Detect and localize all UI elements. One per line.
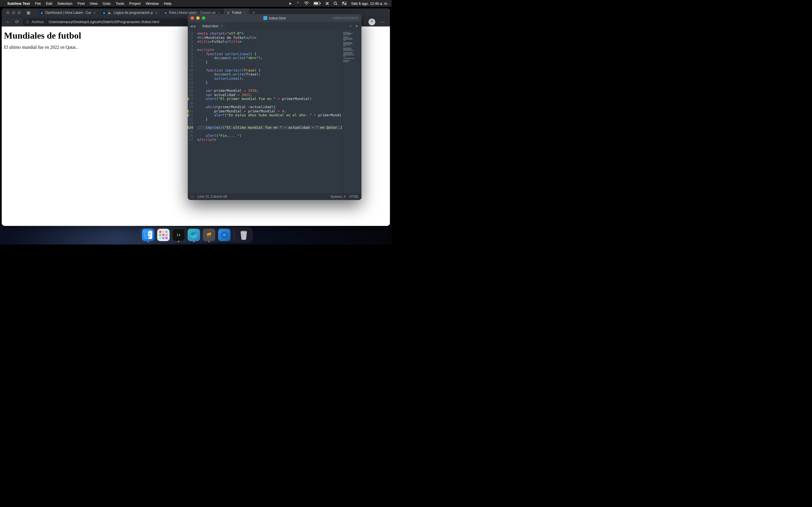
close-window-icon[interactable] xyxy=(6,11,10,14)
info-icon[interactable]: ⓘ xyxy=(26,19,29,24)
tab-label: futbol.html xyxy=(202,24,218,28)
wifi-icon[interactable] xyxy=(304,2,309,5)
panel-toggle-icon[interactable]: ▢ xyxy=(191,194,194,199)
editor-area[interactable]: 1234567891011121314151617181920212223242… xyxy=(188,31,361,193)
separator xyxy=(35,10,35,15)
title-text: futbol.html xyxy=(269,16,286,20)
window-controls[interactable] xyxy=(188,16,208,20)
status-position[interactable]: Line 24, Column 69 xyxy=(198,194,227,199)
svg-point-9 xyxy=(343,2,344,3)
next-icon[interactable]: ▶ xyxy=(194,24,196,28)
browser-tab-1[interactable]: a Dashboard | Alura Latam - Cur × xyxy=(37,8,99,17)
svg-line-6 xyxy=(336,4,338,5)
bluetooth-icon[interactable]: ⌘ xyxy=(325,1,329,6)
mute-icon[interactable]: 🔈 xyxy=(108,11,112,15)
svg-text:⚡: ⚡ xyxy=(315,2,318,5)
close-tab-icon[interactable]: × xyxy=(154,11,158,15)
zoom-window-icon[interactable] xyxy=(17,11,21,14)
menu-find[interactable]: Find xyxy=(78,1,85,6)
status-bar: ▢ Line 24, Column 69 Spaces: 4 HTML xyxy=(188,193,361,200)
menu-file[interactable]: File xyxy=(35,1,41,6)
line-gutter[interactable]: 1234567891011121314151617181920212223242… xyxy=(188,31,195,193)
separator xyxy=(46,20,46,24)
toggle-icon[interactable]: ⌃ xyxy=(296,1,299,6)
mac-menubar: Sublime Text File Edit Selection Find Vi… xyxy=(0,0,392,7)
tab-menu-icon[interactable]: ▼ xyxy=(355,24,359,29)
app-name[interactable]: Sublime Text xyxy=(7,1,30,6)
dock: $▮ xyxy=(139,227,253,243)
control-center-icon[interactable] xyxy=(342,2,347,5)
menu-edit[interactable]: Edit xyxy=(46,1,52,6)
svg-rect-2 xyxy=(320,3,320,4)
location-icon[interactable]: ➤ xyxy=(289,1,292,6)
dock-app-launchpad[interactable] xyxy=(157,229,169,241)
close-tab-icon[interactable]: × xyxy=(93,11,96,15)
minimize-window-icon[interactable] xyxy=(196,16,200,20)
unregistered-label: UNREGISTERED xyxy=(333,16,359,20)
svg-point-17 xyxy=(222,233,226,237)
status-syntax[interactable]: HTML xyxy=(349,194,359,199)
tab-label: Dashboard | Alura Latam - Cur xyxy=(45,11,91,15)
svg-point-14 xyxy=(150,233,151,234)
address-url: /Users/amaury/Desktop/Logica%20de%20Prog… xyxy=(49,20,159,24)
battery-icon[interactable]: ⚡ xyxy=(313,2,321,5)
zoom-window-icon[interactable] xyxy=(202,16,205,20)
menu-selection[interactable]: Selection xyxy=(57,1,72,6)
svg-point-13 xyxy=(146,233,147,234)
menu-tools[interactable]: Tools xyxy=(116,1,124,6)
favicon-icon: a xyxy=(163,11,167,15)
svg-rect-12 xyxy=(148,231,152,239)
spotlight-icon[interactable] xyxy=(334,1,338,5)
sidebar-toggle-icon[interactable]: ▣ xyxy=(24,10,33,15)
tab-label: Lógica de programación p xyxy=(114,11,153,15)
nav-arrows[interactable]: ◀▶ xyxy=(188,22,199,31)
menubar-clock[interactable]: Sáb 6 ago. 12:40 a. m. xyxy=(351,1,388,6)
code-area[interactable]: <meta charset="utf-8"><h1>Mundiales de f… xyxy=(195,31,342,193)
html-file-icon xyxy=(263,16,267,20)
minimize-window-icon[interactable] xyxy=(12,11,15,14)
prev-icon[interactable]: ◀ xyxy=(190,24,193,28)
profile-avatar[interactable] xyxy=(368,18,375,25)
editor-tab[interactable]: futbol.html × xyxy=(199,22,227,31)
svg-point-5 xyxy=(334,2,337,4)
menu-project[interactable]: Project xyxy=(130,1,141,6)
minimap[interactable] xyxy=(342,31,361,193)
reload-button[interactable]: ⟳ xyxy=(14,19,20,24)
back-button[interactable]: ← xyxy=(4,19,11,24)
menu-window[interactable]: Window xyxy=(146,1,159,6)
sublime-titlebar[interactable]: futbol.html UNREGISTERED xyxy=(188,14,361,22)
favicon-icon: a xyxy=(40,11,44,15)
sublime-window: futbol.html UNREGISTERED ◀▶ futbol.html … xyxy=(188,14,361,200)
svg-point-10 xyxy=(345,4,346,5)
dock-app-terminal[interactable]: $▮ xyxy=(172,229,185,241)
dock-app-finder[interactable] xyxy=(142,229,154,241)
browser-tab-2[interactable]: a 🔈 Lógica de programación p × xyxy=(99,8,161,17)
more-menu-icon[interactable]: ⋯ xyxy=(378,19,387,25)
dock-app-sublime[interactable] xyxy=(203,229,215,241)
address-scheme: Archivo xyxy=(32,20,44,24)
sublime-tabbar: ◀▶ futbol.html × ＋ ▼ xyxy=(188,22,361,31)
new-tab-icon[interactable]: ＋ xyxy=(349,24,352,29)
status-indent[interactable]: Spaces: 4 xyxy=(331,194,345,199)
menu-view[interactable]: View xyxy=(90,1,98,6)
close-window-icon[interactable] xyxy=(191,16,194,20)
dock-app-quicktime[interactable] xyxy=(218,229,231,241)
favicon-icon: a xyxy=(102,11,106,15)
dock-trash[interactable] xyxy=(238,229,250,241)
window-title: futbol.html xyxy=(263,16,286,20)
svg-point-0 xyxy=(306,4,307,5)
close-tab-icon[interactable]: × xyxy=(221,24,223,28)
menu-help[interactable]: Help xyxy=(164,1,171,6)
window-controls[interactable] xyxy=(3,11,24,14)
menu-goto[interactable]: Goto xyxy=(103,1,110,6)
dock-app-edge[interactable] xyxy=(188,229,200,241)
